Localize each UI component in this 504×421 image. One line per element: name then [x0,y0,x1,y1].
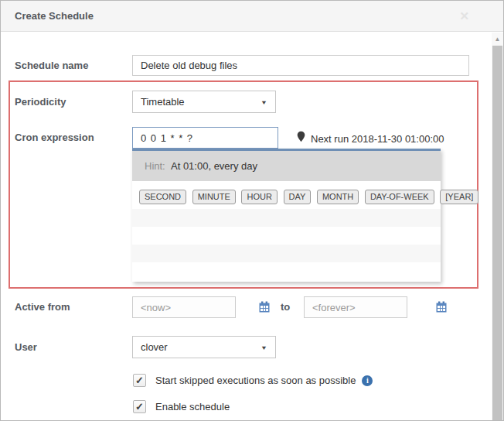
skipped-executions-checkbox[interactable]: ✓ [133,374,146,387]
cron-part-day[interactable]: DAY [284,190,312,204]
chevron-down-icon: ▼ [261,344,267,351]
active-from-input[interactable] [132,296,236,318]
enable-schedule-row: ✓ Enable schedule [133,400,230,413]
cron-part-day-of-week[interactable]: DAY-OF-WEEK [365,190,434,204]
user-select[interactable]: clover ▼ [132,336,276,358]
hint-text: At 01:00, every day [168,160,257,172]
check-icon: ✓ [135,375,144,386]
scrollbar[interactable]: ▲ [492,33,503,420]
chevron-down-icon: ▼ [261,98,267,105]
scroll-up-icon[interactable]: ▲ [492,33,503,45]
close-icon[interactable]: ✕ [459,9,469,23]
dialog-title: Create Schedule [1,1,503,31]
cron-expression-input[interactable] [132,127,278,149]
scrollbar-thumb[interactable] [492,46,502,420]
periodicity-value: Timetable [141,96,185,108]
cron-helper-panel: Hint: At 01:00, every day SECOND MINUTE … [132,149,441,282]
info-icon[interactable]: i [362,375,373,386]
cron-parts-row: SECOND MINUTE HOUR DAY MONTH DAY-OF-WEEK… [132,190,441,205]
map-pin-icon [297,131,305,145]
schedule-name-input[interactable] [132,55,469,76]
hint-prefix: Hint: [145,160,165,172]
calendar-icon[interactable] [436,301,447,315]
cron-part-minute[interactable]: MINUTE [192,190,236,204]
periodicity-select[interactable]: Timetable ▼ [132,91,276,113]
skipped-executions-row: ✓ Start skipped executions as soon as po… [133,374,373,387]
cron-part-year[interactable]: [YEAR] [440,190,478,204]
cron-option-row [132,227,441,245]
active-to-input[interactable] [304,296,407,318]
cron-part-second[interactable]: SECOND [139,190,186,204]
create-schedule-dialog: Create Schedule ✕ Schedule name Periodic… [0,0,504,421]
user-label: User [15,336,37,358]
cron-option-row [132,262,441,280]
active-from-label: Active from [15,296,70,318]
cron-hint-row: Hint: At 01:00, every day [132,151,441,181]
cron-option-row [132,209,441,227]
cron-part-month[interactable]: MONTH [317,190,359,204]
cron-part-hour[interactable]: HOUR [241,190,277,204]
user-value: clover [141,341,168,353]
enable-schedule-label: Enable schedule [155,401,230,412]
to-label: to [281,296,290,318]
schedule-name-label: Schedule name [15,55,88,76]
skipped-executions-label: Start skipped executions as soon as poss… [155,375,356,386]
enable-schedule-checkbox[interactable]: ✓ [133,400,146,413]
dialog-header: Create Schedule ✕ [1,1,503,32]
check-icon: ✓ [135,401,144,412]
next-run-text: Next run 2018-11-30 01:00:00 [311,133,444,145]
cron-option-row [132,245,441,262]
cron-option-rows [132,209,441,280]
calendar-icon[interactable] [259,301,270,315]
